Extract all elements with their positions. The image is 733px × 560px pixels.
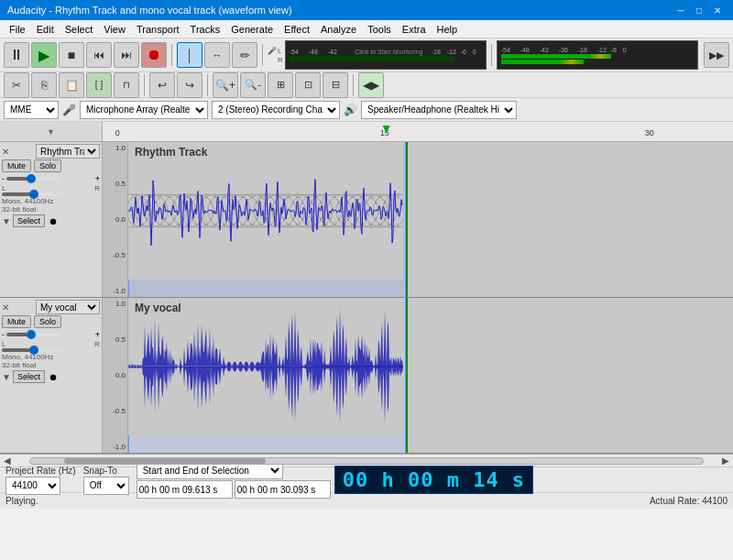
menu-view[interactable]: View bbox=[98, 22, 131, 37]
vocal-lr-l: L bbox=[2, 340, 5, 348]
time-start-input[interactable] bbox=[137, 480, 233, 499]
track-vocal-name-select[interactable]: My vocal bbox=[36, 300, 100, 314]
track-vocal-gain-slider[interactable] bbox=[6, 333, 61, 336]
snap-select[interactable]: Off bbox=[83, 477, 129, 495]
track-rhythm-waveform[interactable]: 1.0 0.5 0.0 -0.5 -1.0 Rhythm Track bbox=[103, 142, 733, 297]
skip-prev-btn[interactable]: ◀▶ bbox=[358, 72, 384, 98]
meter-scale: -54 -48 -42 Click to Start Monitoring -1… bbox=[290, 49, 482, 55]
scrollbar-thumb[interactable] bbox=[64, 458, 266, 464]
mic-select[interactable]: Microphone Array (Realtek High bbox=[80, 101, 208, 119]
trim-tool[interactable]: [ ] bbox=[86, 72, 112, 98]
speaker-select[interactable]: Speaker/Headphone (Realtek High bbox=[361, 101, 517, 119]
paste-tool[interactable]: 📋 bbox=[59, 72, 84, 98]
speaker-device-icon: 🔊 bbox=[344, 104, 357, 116]
time-display-value: 00 h 00 m 14 s bbox=[343, 468, 525, 491]
stop-button[interactable]: ■ bbox=[59, 42, 84, 68]
play-button[interactable]: ▶ bbox=[31, 42, 57, 68]
channels-select[interactable]: 2 (Stereo) Recording Chann bbox=[212, 101, 340, 119]
track-vocal-close[interactable]: ✕ bbox=[2, 302, 9, 313]
edit-toolbar: ✂ ⎘ 📋 [ ] ⊓ ↩ ↪ 🔍+ 🔍- ⊞ ⊡ ⊟ ◀▶ bbox=[0, 71, 733, 97]
skip-back-button[interactable]: ⏮ bbox=[86, 42, 112, 68]
pause-button[interactable]: ⏸ bbox=[4, 42, 29, 68]
track-rhythm-gain-slider[interactable] bbox=[6, 177, 61, 181]
scrollbar-track[interactable] bbox=[29, 457, 704, 465]
menu-analyze[interactable]: Analyze bbox=[315, 22, 362, 37]
playhead-line-rhythm bbox=[406, 142, 408, 297]
skip-forward-button[interactable]: ⏭ bbox=[114, 42, 139, 68]
track-rhythm-solo[interactable]: Solo bbox=[34, 159, 61, 172]
vocal-lr-r: R bbox=[94, 340, 100, 348]
track-rhythm-select-btn[interactable]: Select bbox=[13, 214, 45, 227]
menu-transport[interactable]: Transport bbox=[131, 22, 185, 37]
track-rhythm-gain: - + bbox=[2, 174, 100, 183]
waveform-scale-vocal: 1.0 0.5 0.0 -0.5 -1.0 bbox=[103, 298, 128, 453]
menu-generate[interactable]: Generate bbox=[225, 22, 279, 37]
toolbar-separator-1 bbox=[171, 44, 172, 66]
host-select[interactable]: MME bbox=[4, 101, 59, 119]
track-rhythm-collapse[interactable]: ▼ bbox=[2, 216, 11, 226]
zoom-out-btn[interactable]: 🔍- bbox=[240, 72, 266, 98]
ruler-timeline[interactable]: 0 15 30 ▼ bbox=[103, 122, 733, 141]
track-vocal-waveform[interactable]: 1.0 0.5 0.0 -0.5 -1.0 My vocal bbox=[103, 298, 733, 453]
cut-tool[interactable]: ✂ bbox=[4, 72, 29, 98]
transport-toolbar: ⏸ ▶ ■ ⏮ ⏭ ⏺ │ ↔ ✏ 🎤 L R -5 bbox=[0, 38, 733, 71]
project-rate-select[interactable]: 44100 bbox=[5, 477, 60, 495]
title-text: Audacity - Rhythm Track and mono vocal t… bbox=[7, 5, 292, 16]
meter-bar-l bbox=[290, 56, 454, 61]
toolbar-separator-2 bbox=[262, 44, 263, 66]
track-rhythm-pan-slider[interactable] bbox=[2, 192, 66, 196]
edit-sep-1 bbox=[144, 74, 145, 96]
time-display: 00 h 00 m 14 s bbox=[334, 466, 533, 494]
menu-help[interactable]: Help bbox=[432, 22, 464, 37]
track-vocal-record-icon[interactable]: ⏺ bbox=[49, 372, 58, 382]
scroll-right-arrow[interactable]: ▶ bbox=[722, 456, 729, 466]
menu-select[interactable]: Select bbox=[60, 22, 99, 37]
redo-btn[interactable]: ↪ bbox=[177, 72, 202, 98]
record-button[interactable]: ⏺ bbox=[141, 42, 167, 68]
playhead-line-vocal bbox=[406, 298, 408, 453]
track-rhythm-close[interactable]: ✕ bbox=[2, 147, 9, 157]
zoom-full-btn[interactable]: ⊟ bbox=[323, 72, 348, 98]
menu-effect[interactable]: Effect bbox=[279, 22, 315, 37]
silence-tool[interactable]: ⊓ bbox=[114, 72, 139, 98]
undo-btn[interactable]: ↩ bbox=[149, 72, 175, 98]
track-vocal-solo[interactable]: Solo bbox=[34, 315, 61, 328]
output-meter-display[interactable]: -54 -48 -42 -36 -18 -12 -6 0 bbox=[497, 40, 698, 70]
waveform-scale-rhythm: 1.0 0.5 0.0 -0.5 -1.0 bbox=[103, 142, 128, 297]
track-rhythm-record-icon[interactable]: ⏺ bbox=[49, 216, 58, 226]
scroll-left-arrow[interactable]: ◀ bbox=[4, 456, 11, 466]
track-vocal-pan-slider[interactable] bbox=[2, 348, 66, 352]
next-tool[interactable]: ▶▶ bbox=[704, 42, 729, 68]
pan-slider-container bbox=[2, 192, 100, 196]
track-rhythm-name-select[interactable]: Rhythm Trac bbox=[36, 144, 100, 159]
zoom-sel-btn[interactable]: ⊞ bbox=[268, 72, 293, 98]
track-vocal-collapse[interactable]: ▼ bbox=[2, 372, 11, 382]
menu-tracks[interactable]: Tracks bbox=[185, 22, 226, 37]
playhead-ruler: ▼ bbox=[380, 122, 393, 141]
copy-tool[interactable]: ⎘ bbox=[31, 72, 57, 98]
edit-sep-2 bbox=[207, 74, 208, 96]
click-to-monitor[interactable]: Click to Start Monitoring bbox=[347, 49, 431, 55]
rhythm-waveform-canvas[interactable] bbox=[128, 142, 403, 280]
track-vocal-select-btn[interactable]: Select bbox=[13, 370, 45, 383]
menu-extra[interactable]: Extra bbox=[397, 22, 432, 37]
track-rhythm-mute[interactable]: Mute bbox=[2, 159, 31, 172]
close-button[interactable]: ✕ bbox=[709, 2, 726, 18]
envelope-tool[interactable]: ↔ bbox=[204, 42, 230, 68]
draw-tool[interactable]: ✏ bbox=[232, 42, 257, 68]
maximize-button[interactable]: □ bbox=[691, 2, 707, 18]
lr-label-r: R bbox=[278, 56, 283, 64]
menu-file[interactable]: File bbox=[4, 22, 31, 37]
menu-tools[interactable]: Tools bbox=[362, 22, 397, 37]
track-vocal-gain: - + bbox=[2, 330, 100, 339]
time-end-input[interactable] bbox=[235, 480, 331, 499]
selection-tool[interactable]: │ bbox=[177, 42, 202, 68]
minimize-button[interactable]: ─ bbox=[673, 2, 689, 18]
zoom-in-btn[interactable]: 🔍+ bbox=[213, 72, 238, 98]
track-vocal-mute[interactable]: Mute bbox=[2, 315, 31, 328]
input-meter-display[interactable]: -54 -48 -42 Click to Start Monitoring -1… bbox=[285, 40, 487, 70]
menu-edit[interactable]: Edit bbox=[31, 22, 60, 37]
vocal-waveform-canvas[interactable] bbox=[128, 298, 403, 435]
zoom-fit-btn[interactable]: ⊡ bbox=[295, 72, 321, 98]
ruler-dropdown[interactable]: ▼ bbox=[47, 127, 55, 137]
